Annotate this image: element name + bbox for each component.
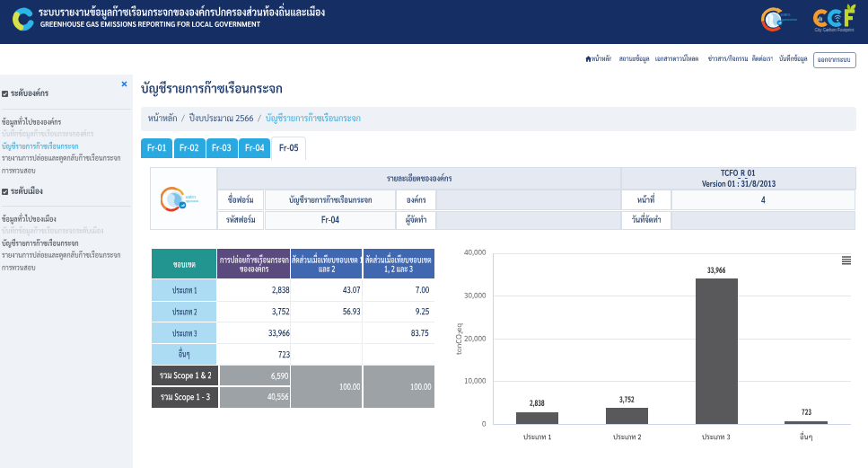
- svg-text:City Carbon Footprint: City Carbon Footprint: [815, 28, 855, 32]
- svg-text:rganization: rganization: [780, 16, 797, 21]
- svg-text:rganization: rganization: [186, 199, 199, 203]
